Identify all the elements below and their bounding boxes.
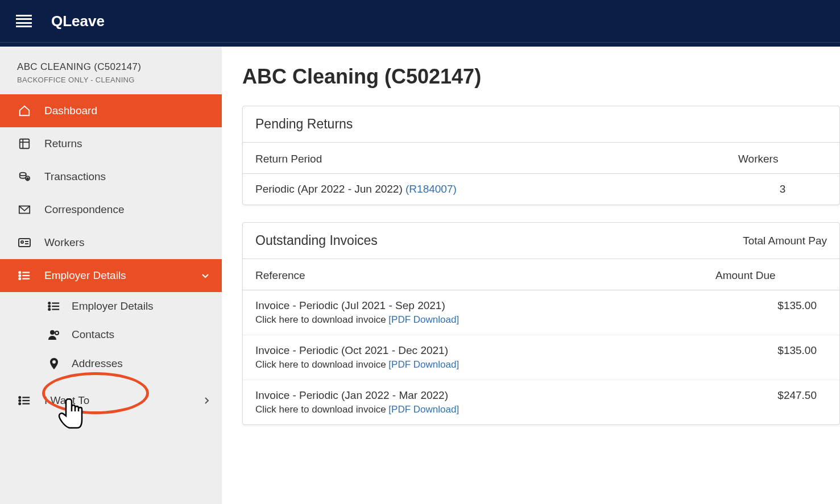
nav-workers[interactable]: Workers	[0, 226, 222, 259]
col-workers: Workers	[726, 143, 839, 174]
col-reference: Reference	[243, 259, 703, 290]
nav-i-want-to[interactable]: I Want To	[0, 384, 222, 417]
invoice-amount: $135.00	[703, 335, 839, 380]
svg-point-31	[19, 403, 20, 405]
chevron-right-icon	[204, 397, 209, 405]
pdf-download-link[interactable]: [PDF Download]	[388, 314, 459, 325]
context-subtitle: BACKOFFICE ONLY - CLEANING	[17, 76, 209, 84]
col-amount-due: Amount Due	[703, 259, 839, 290]
return-period-text: Periodic (Apr 2022 - Jun 2022)	[255, 183, 405, 195]
nav-dashboard-label: Dashboard	[44, 105, 97, 117]
total-amount-label: Total Amount Pay	[743, 235, 827, 247]
svg-point-25	[52, 360, 56, 364]
nav-i-want-to-label: I Want To	[44, 394, 89, 407]
svg-text:$: $	[27, 177, 28, 181]
pdf-download-link[interactable]: [PDF Download]	[388, 404, 459, 415]
dl-prefix: Click here to download invoice	[255, 404, 388, 415]
outstanding-invoices-header: Outstanding Invoices Total Amount Pay	[243, 223, 839, 259]
svg-point-22	[48, 309, 50, 310]
nav-workers-label: Workers	[44, 236, 84, 249]
svg-point-23	[50, 330, 55, 335]
brand-name: QLeave	[51, 13, 105, 30]
menu-toggle-icon[interactable]	[16, 15, 32, 27]
svg-point-16	[19, 278, 20, 280]
subnav-employer-details-label: Employer Details	[72, 300, 154, 313]
invoice-ref: Invoice - Periodic (Oct 2021 - Dec 2021)	[255, 344, 690, 357]
nav-employer-details[interactable]: Employer Details	[0, 259, 222, 292]
returns-icon	[17, 138, 32, 150]
invoice-amount: $135.00	[703, 290, 839, 335]
list-icon	[17, 395, 32, 406]
nav-returns-label: Returns	[44, 138, 82, 150]
topbar: QLeave	[0, 0, 840, 42]
transactions-icon: $	[17, 170, 32, 183]
nav-returns[interactable]: Returns	[0, 127, 222, 160]
svg-point-15	[19, 275, 20, 277]
workers-count: 3	[726, 174, 839, 205]
dl-prefix: Click here to download invoice	[255, 314, 388, 325]
svg-point-24	[55, 331, 59, 335]
list-icon	[47, 301, 61, 312]
list-icon	[17, 270, 32, 281]
svg-point-3	[20, 173, 26, 176]
dl-prefix: Click here to download invoice	[255, 359, 388, 370]
sidebar: ABC CLEANING (C502147) BACKOFFICE ONLY -…	[0, 47, 222, 504]
sidebar-context: ABC CLEANING (C502147) BACKOFFICE ONLY -…	[0, 47, 222, 94]
home-icon	[17, 105, 32, 117]
pin-icon	[47, 357, 61, 370]
invoice-ref: Invoice - Periodic (Jul 2021 - Sep 2021)	[255, 299, 690, 312]
id-card-icon	[17, 237, 32, 248]
pending-returns-header: Pending Returns	[243, 106, 839, 143]
pending-returns-table: Return Period Workers Periodic (Apr 2022…	[243, 143, 839, 205]
col-return-period: Return Period	[243, 143, 726, 174]
svg-rect-0	[20, 139, 30, 149]
page-title: ABC Cleaning (C502147)	[242, 65, 840, 89]
svg-point-29	[19, 397, 20, 398]
outstanding-invoices-card: Outstanding Invoices Total Amount Pay Re…	[242, 222, 840, 425]
nav-transactions[interactable]: $ Transactions	[0, 160, 222, 193]
svg-point-20	[48, 302, 50, 304]
svg-rect-7	[19, 239, 30, 247]
subnav-addresses-label: Addresses	[72, 357, 123, 370]
pending-returns-card: Pending Returns Return Period Workers Pe…	[242, 106, 840, 205]
topbar-border	[0, 42, 840, 47]
invoice-amount: $247.50	[703, 380, 839, 425]
subnav-contacts-label: Contacts	[72, 328, 114, 341]
svg-point-21	[48, 306, 50, 307]
subnav-employer-details[interactable]: Employer Details	[0, 292, 222, 320]
pending-returns-title: Pending Returns	[255, 116, 353, 132]
outstanding-invoices-title: Outstanding Invoices	[255, 233, 378, 248]
contacts-icon	[47, 328, 61, 341]
context-title: ABC CLEANING (C502147)	[17, 61, 209, 73]
nav-correspondence[interactable]: Correspondence	[0, 193, 222, 226]
nav-dashboard[interactable]: Dashboard	[0, 94, 222, 127]
nav-employer-details-label: Employer Details	[44, 269, 126, 282]
invoice-ref: Invoice - Periodic (Jan 2022 - Mar 2022)	[255, 389, 690, 402]
outstanding-invoices-table: Reference Amount Due Invoice - Periodic …	[243, 259, 839, 424]
subnav-contacts[interactable]: Contacts	[0, 320, 222, 349]
chevron-down-icon	[201, 273, 209, 278]
nav-transactions-label: Transactions	[44, 170, 106, 183]
pdf-download-link[interactable]: [PDF Download]	[388, 359, 459, 370]
envelope-icon	[17, 204, 32, 215]
table-row: Invoice - Periodic (Jul 2021 - Sep 2021)…	[243, 290, 839, 335]
nav-correspondence-label: Correspondence	[44, 203, 124, 216]
table-row: Invoice - Periodic (Jan 2022 - Mar 2022)…	[243, 380, 839, 425]
main-content: ABC Cleaning (C502147) Pending Returns R…	[222, 47, 840, 504]
table-row: Periodic (Apr 2022 - Jun 2022) (R184007)…	[243, 174, 839, 205]
subnav-addresses[interactable]: Addresses	[0, 349, 222, 378]
table-row: Invoice - Periodic (Oct 2021 - Dec 2021)…	[243, 335, 839, 380]
svg-point-8	[21, 241, 23, 243]
svg-point-30	[19, 400, 20, 402]
return-ref-link[interactable]: (R184007)	[405, 183, 457, 195]
svg-point-14	[19, 272, 20, 273]
